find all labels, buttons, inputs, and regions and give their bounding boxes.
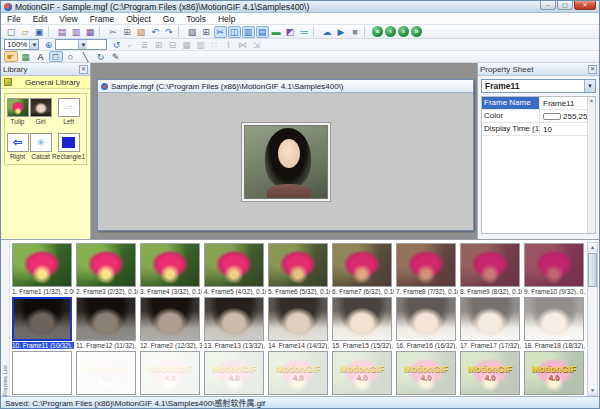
- redo-button[interactable]: ↷: [163, 26, 176, 38]
- maximize-button[interactable]: ▢: [557, 1, 573, 10]
- frame-image[interactable]: [244, 125, 328, 199]
- chevron-down-icon[interactable]: ▼: [78, 40, 87, 49]
- frames-scrollbar[interactable]: ▲ ▼: [587, 242, 598, 396]
- object-properties-button[interactable]: ▧: [186, 26, 199, 38]
- preview-window-button[interactable]: ▤: [256, 26, 269, 38]
- property-row[interactable]: Color255,255,255: [482, 110, 595, 123]
- library-item-left[interactable]: ⇨Left: [52, 98, 85, 125]
- frame-thumbnail[interactable]: MotionGIF4.0: [332, 351, 394, 395]
- rotate-tool-button[interactable]: ↻: [94, 51, 108, 62]
- insert-table-button[interactable]: ⊞: [200, 26, 213, 38]
- undo-button[interactable]: ↶: [149, 26, 162, 38]
- frame-list-button[interactable]: ≔: [298, 26, 311, 38]
- property-label[interactable]: Display Time (1/1): [482, 123, 540, 135]
- next-frame-button[interactable]: ›: [398, 26, 409, 37]
- library-close-icon[interactable]: ✕: [79, 65, 88, 74]
- add-frame-button[interactable]: ▤: [56, 26, 69, 38]
- play-animation-button[interactable]: ▶: [335, 26, 348, 38]
- frame-thumbnail[interactable]: 9. Frame10 (9/32), 0.10 sec: [524, 243, 586, 295]
- new-file-button[interactable]: ▢: [5, 26, 18, 38]
- menu-item-frame[interactable]: Frame: [84, 14, 121, 24]
- frame-thumbnail[interactable]: 10. Frame11 (10/32), 0.10 sec: [12, 297, 74, 349]
- save-file-button[interactable]: ▣: [33, 26, 46, 38]
- document-canvas[interactable]: [98, 93, 473, 230]
- menu-item-view[interactable]: View: [53, 14, 83, 24]
- frame-thumbnail[interactable]: 13. Frame13 (13/32), 0.10 sec: [204, 297, 266, 349]
- ellipse-tool-button[interactable]: ○: [64, 51, 78, 62]
- menu-item-go[interactable]: Go: [157, 14, 180, 24]
- frame-thumbnail[interactable]: 5. Frame6 (5/32), 0.10 sec: [268, 243, 330, 295]
- frames-panel-tab[interactable]: Frames List: [1, 240, 10, 398]
- pan-tool-button[interactable]: ☛: [4, 51, 18, 62]
- layers-button[interactable]: ◩: [284, 26, 297, 38]
- pencil-tool-button[interactable]: ✎: [109, 51, 123, 62]
- frame-thumbnail[interactable]: MotionGIF4.0: [460, 351, 522, 395]
- zoom-combo[interactable]: 100% ▼: [4, 39, 39, 50]
- paste-button[interactable]: ▨: [135, 26, 148, 38]
- frame-thumbnail[interactable]: 4. Frame5 (4/32), 0.10 sec: [204, 243, 266, 295]
- zoom-tool-button[interactable]: ⊕: [42, 39, 55, 51]
- tile-view-button[interactable]: ◫: [228, 26, 241, 38]
- frame-thumbnail[interactable]: 18. Frame18 (18/32), 0.10 sec: [524, 297, 586, 349]
- previous-frame-button[interactable]: ‹: [385, 26, 396, 37]
- scroll-down-icon[interactable]: ▼: [588, 386, 597, 395]
- frame-thumbnail[interactable]: MotionGIF4.0: [140, 351, 202, 395]
- frame-thumbnail[interactable]: MotionGIF4.0: [524, 351, 586, 395]
- duplicate-frame-button[interactable]: ▥: [70, 26, 83, 38]
- menu-item-file[interactable]: File: [1, 14, 27, 24]
- frame-thumbnail[interactable]: 15. Frame15 (15/32), 0.10 sec: [332, 297, 394, 349]
- frame-thumbnail[interactable]: 6. Frame7 (6/32), 0.10 sec: [332, 243, 394, 295]
- menu-item-help[interactable]: Help: [212, 14, 241, 24]
- property-label[interactable]: Color: [482, 110, 540, 122]
- chevron-down-icon[interactable]: ▼: [584, 80, 595, 92]
- scrollbar-thumb[interactable]: [588, 253, 597, 287]
- frame-thumbnail[interactable]: 14. Frame14 (14/32), 0.10 sec: [268, 297, 330, 349]
- chevron-down-icon[interactable]: ▼: [29, 40, 38, 49]
- frame-thumbnail[interactable]: 3. Frame4 (3/32), 0.10 sec: [140, 243, 202, 295]
- menu-item-object[interactable]: Object: [120, 14, 157, 24]
- document-titlebar[interactable]: Sample.mgf (C:\Program Files (x86)\Motio…: [98, 80, 473, 93]
- selection-combo[interactable]: ▼: [55, 39, 107, 50]
- open-file-button[interactable]: ▱: [19, 26, 32, 38]
- library-item-right[interactable]: ⇦Right: [6, 133, 29, 160]
- frame-thumbnail[interactable]: 16. Frame16 (16/32), 0.10 sec: [396, 297, 458, 349]
- library-item-calcat[interactable]: ✳Calcat: [29, 133, 52, 160]
- titlebar[interactable]: MotionGIF - Sample.mgf (C:\Program Files…: [1, 1, 599, 13]
- frame-thumbnail[interactable]: 1. Frame1 (1/32), 2.00 sec: [12, 243, 74, 295]
- frame-thumbnail[interactable]: 12. Frame2 (12/32), 3.00 sec: [140, 297, 202, 349]
- split-frame-button[interactable]: ✂: [214, 26, 227, 38]
- frame-thumbnail[interactable]: 2. Frame3 (2/32), 0.10 sec: [76, 243, 138, 295]
- copy-button[interactable]: ⊞: [121, 26, 134, 38]
- menu-item-edit[interactable]: Edit: [27, 14, 54, 24]
- document-window[interactable]: Sample.mgf (C:\Program Files (x86)\Motio…: [97, 79, 474, 231]
- property-sheet-close-icon[interactable]: ✕: [588, 65, 597, 74]
- screen-capture-button[interactable]: ▬: [270, 26, 283, 38]
- library-item-rectangle1[interactable]: Rectangle1: [52, 133, 85, 160]
- stop-animation-button[interactable]: ■: [349, 26, 362, 38]
- close-button[interactable]: ✕: [574, 1, 596, 10]
- frame-thumbnail[interactable]: MotionGIF4.0: [396, 351, 458, 395]
- frame-thumbnail[interactable]: MotionGIF4.0: [204, 351, 266, 395]
- property-label[interactable]: Frame Name: [482, 97, 540, 109]
- library-item-tulip[interactable]: Tulip: [6, 98, 29, 125]
- line-tool-button[interactable]: ╲: [79, 51, 93, 62]
- menu-item-tools[interactable]: Tools: [180, 14, 212, 24]
- refresh-view-button[interactable]: ↺: [110, 39, 123, 51]
- frame-thumbnail[interactable]: MotionGIF4.0: [268, 351, 330, 395]
- scroll-up-icon[interactable]: ▲: [588, 243, 597, 252]
- rectangle-tool-button[interactable]: □: [49, 51, 63, 62]
- publish-button[interactable]: ☁: [321, 26, 334, 38]
- last-frame-button[interactable]: »: [411, 26, 422, 37]
- library-folder-icon[interactable]: [4, 78, 12, 86]
- first-frame-button[interactable]: «: [372, 26, 383, 37]
- library-item-girl[interactable]: Girl: [29, 98, 52, 125]
- frame-selector-combo[interactable]: Frame11 ▼: [481, 79, 596, 93]
- property-row[interactable]: Frame NameFrame11: [482, 97, 595, 110]
- frame-thumbnail[interactable]: MotionGIF4.0: [12, 351, 74, 395]
- text-tool-button[interactable]: A: [34, 51, 48, 62]
- minimize-button[interactable]: –: [540, 1, 556, 10]
- frame-view-button[interactable]: ▥: [242, 26, 255, 38]
- delete-frame-button[interactable]: ▦: [84, 26, 97, 38]
- frame-thumbnail[interactable]: 7. Frame8 (7/32), 0.10 sec: [396, 243, 458, 295]
- frame-thumbnail[interactable]: MotionGIF4.0: [76, 351, 138, 395]
